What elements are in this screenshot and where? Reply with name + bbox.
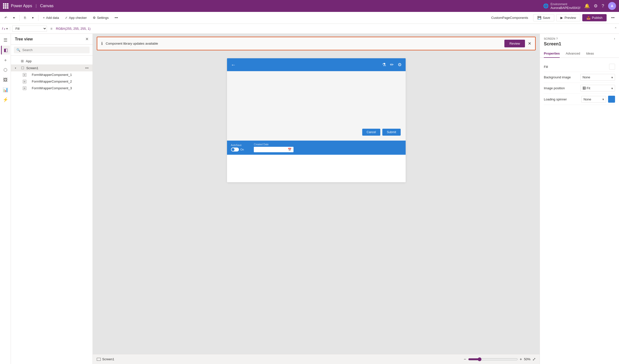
- formula-input[interactable]: [56, 27, 612, 30]
- loading-spinner-value: None: [581, 96, 615, 103]
- autosave-field: AutoSave On: [231, 144, 244, 152]
- canvas-screen: ← ⚗ ✏ ⚙ Cancel Submit: [227, 58, 406, 182]
- info-icon: ℹ: [101, 41, 103, 46]
- fill-property-row: Fill: [544, 62, 615, 72]
- separator-1: [19, 15, 20, 21]
- right-panel-expand-button[interactable]: ›: [614, 37, 615, 40]
- formula-dropdown-icon[interactable]: ▾: [6, 27, 8, 30]
- formula-icon-label: fx ▾: [2, 27, 10, 30]
- search-input[interactable]: [22, 48, 87, 52]
- sidebar-item-actions[interactable]: ⚡: [1, 95, 10, 104]
- fill-value: [609, 64, 615, 70]
- screen-footer-label: Screen1: [97, 357, 114, 361]
- zoom-level: 50%: [524, 357, 530, 361]
- component-icon-1: ⊞: [23, 73, 26, 77]
- sidebar-item-layers[interactable]: ◧: [1, 46, 10, 55]
- right-panel-header: SCREEN ? ›: [540, 34, 619, 40]
- image-position-select[interactable]: 🖼 Fit: [580, 85, 615, 91]
- sidebar-item-analytics[interactable]: 📊: [1, 85, 10, 94]
- preview-button[interactable]: ▶ Preview: [556, 14, 580, 21]
- tree-item-component2[interactable]: ⊞ FormWrapperComponent_2: [11, 78, 93, 85]
- bg-image-value: None: [580, 74, 615, 81]
- notification-icon[interactable]: 🔔: [584, 3, 590, 9]
- app-icon: ⊞: [21, 59, 24, 63]
- page-name: CustomPageComponents: [491, 16, 528, 20]
- edit-icon[interactable]: ✏: [390, 62, 394, 67]
- formula-expand-button[interactable]: ⌃: [614, 27, 617, 30]
- right-panel: SCREEN ? › Screen1 Properties Advanced I…: [540, 34, 619, 364]
- sidebar-item-data[interactable]: ⬡: [1, 65, 10, 74]
- tab-ideas[interactable]: Ideas: [586, 50, 594, 58]
- search-icon: 🔍: [16, 48, 20, 52]
- canvas-footer: Screen1 − + 50% ⤢: [93, 354, 540, 364]
- tree-item-screen1[interactable]: ▾ ☐ Screen1 •••: [11, 64, 93, 71]
- main-layout: ☰ ◧ ＋ ⬡ 🖼 📊 ⚡ Tree view ✕ 🔍 ⊞ App: [0, 34, 619, 364]
- tree-close-button[interactable]: ✕: [85, 37, 89, 41]
- tab-properties[interactable]: Properties: [544, 50, 560, 58]
- filter-icon[interactable]: ⚗: [382, 62, 386, 67]
- copy-dropdown[interactable]: ▾: [30, 15, 36, 21]
- play-icon: ▶: [560, 16, 563, 20]
- waffle-menu[interactable]: [3, 3, 8, 9]
- bg-image-select[interactable]: None: [580, 74, 615, 81]
- help-circle-icon[interactable]: ?: [556, 37, 558, 40]
- help-icon[interactable]: ?: [602, 3, 604, 9]
- publish-button[interactable]: 📤 Publish: [582, 14, 607, 21]
- gear-icon: ⚙: [93, 16, 96, 20]
- screen-thumb-icon: [97, 358, 101, 361]
- image-position-value: 🖼 Fit: [580, 85, 615, 91]
- canvas-content: ← ⚗ ✏ ⚙ Cancel Submit: [93, 53, 540, 354]
- tree-title: Tree view: [15, 37, 33, 41]
- save-button[interactable]: 💾 Save: [533, 14, 554, 21]
- bg-image-property-row: Background image None: [544, 72, 615, 83]
- undo-button[interactable]: ↶: [2, 15, 10, 21]
- screen-body: Cancel Submit: [227, 71, 406, 141]
- autosave-toggle[interactable]: [231, 148, 239, 152]
- notification-close-button[interactable]: ✕: [528, 41, 531, 46]
- tree-panel: Tree view ✕ 🔍 ⊞ App ▾ ☐ Screen1 •••: [11, 34, 93, 364]
- checker-icon: ✓: [65, 16, 68, 20]
- app-checker-button[interactable]: ✓ App checker: [63, 15, 89, 21]
- sidebar-item-media[interactable]: 🖼: [1, 75, 10, 84]
- back-button[interactable]: ←: [231, 62, 236, 68]
- tab-advanced[interactable]: Advanced: [566, 50, 580, 58]
- review-button[interactable]: Review: [504, 40, 525, 47]
- screen-label-right: SCREEN ?: [544, 37, 558, 40]
- undo-dropdown[interactable]: ▾: [11, 15, 17, 21]
- image-position-label: Image position: [544, 86, 565, 90]
- loading-spinner-select[interactable]: None: [581, 96, 606, 103]
- tree-item-component1[interactable]: ⊞ FormWrapperComponent_1: [11, 71, 93, 78]
- image-position-property-row: Image position 🖼 Fit: [544, 83, 615, 94]
- component-icon-2: ⊞: [23, 80, 26, 83]
- loading-spinner-color-btn[interactable]: [608, 96, 615, 103]
- submit-button[interactable]: Submit: [382, 129, 400, 136]
- screen-buttons: Cancel Submit: [362, 79, 401, 136]
- avatar[interactable]: A: [608, 2, 616, 10]
- tree-item-app[interactable]: ⊞ App: [11, 58, 93, 64]
- property-selector[interactable]: Fill: [12, 26, 47, 32]
- autosave-toggle-row: On: [231, 148, 244, 152]
- zoom-slider[interactable]: [468, 357, 518, 361]
- copy-button[interactable]: ⎘: [22, 15, 29, 21]
- component2-label: FormWrapperComponent_2: [32, 80, 89, 83]
- sidebar-item-insert[interactable]: ＋: [1, 56, 10, 64]
- cancel-button[interactable]: Cancel: [362, 129, 380, 136]
- settings-icon[interactable]: ⚙: [594, 3, 598, 9]
- zoom-controls: − + 50% ⤢: [464, 357, 536, 362]
- toolbar: ↶ ▾ ⎘ ▾ + Add data ✓ App checker ⚙ Setti…: [0, 12, 619, 24]
- environment-info: 🌐 Environment AuroraBAPEnv0041f: [543, 2, 580, 10]
- fill-color-swatch[interactable]: [609, 64, 615, 70]
- gear-header-icon[interactable]: ⚙: [398, 62, 402, 67]
- toolbar-more-button[interactable]: •••: [609, 15, 617, 21]
- tree-item-component3[interactable]: ⊞ FormWrapperComponent_3: [11, 85, 93, 91]
- screen1-more-button[interactable]: •••: [85, 66, 89, 70]
- fullscreen-icon[interactable]: ⤢: [532, 357, 536, 362]
- sidebar-item-menu[interactable]: ☰: [1, 36, 10, 45]
- settings-button[interactable]: ⚙ Settings: [90, 15, 111, 21]
- calendar-icon: 📅: [288, 148, 292, 151]
- zoom-in-button[interactable]: +: [520, 357, 522, 362]
- zoom-out-button[interactable]: −: [464, 357, 466, 362]
- date-input[interactable]: 📅: [254, 147, 293, 152]
- more-button[interactable]: •••: [112, 15, 121, 21]
- add-data-button[interactable]: + Add data: [40, 15, 62, 21]
